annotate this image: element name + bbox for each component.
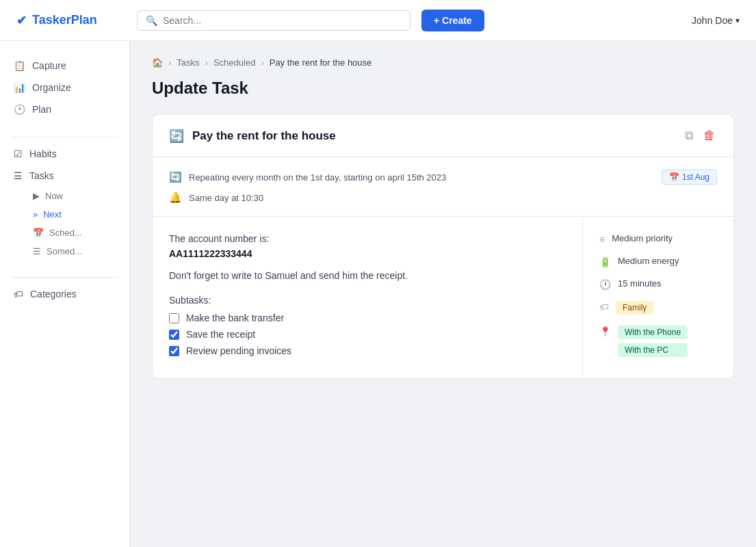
categories-icon: 🏷 [14, 289, 23, 299]
contexts-attr: 📍 With the Phone With the PC [599, 325, 717, 357]
main-content: 🏠 › Tasks › Scheduled › Pay the rent for… [130, 41, 756, 547]
now-icon: ▶ [33, 191, 40, 201]
repeat-text: Repeating every month on the 1st day, st… [189, 172, 446, 183]
tasks-icon: ☰ [14, 170, 23, 181]
sidebar-sub-label: Sched... [49, 228, 82, 238]
breadcrumb-separator: › [205, 57, 208, 68]
tag-family: Family [616, 301, 653, 315]
delete-button[interactable]: 🗑 [702, 127, 717, 144]
sidebar-item-label: Categories [30, 289, 77, 299]
sidebar-item-now[interactable]: ▶ Now [25, 187, 129, 205]
calendar-icon: 📅 [669, 172, 679, 182]
sidebar-item-label: Habits [29, 148, 57, 159]
reminder-text: Same day at 10:30 [189, 193, 263, 203]
sidebar-item-scheduled[interactable]: 📅 Sched... [25, 224, 129, 242]
sidebar-item-label: Plan [32, 104, 51, 115]
organize-icon: 📊 [14, 82, 25, 93]
breadcrumb-tasks[interactable]: Tasks [177, 57, 199, 68]
page-title: Update Task [152, 79, 734, 98]
date-badge: 📅 1st Aug [662, 170, 717, 185]
task-note: Don't forget to write to Samuel and send… [169, 270, 566, 281]
sidebar-item-habits[interactable]: ☑ Habits [0, 143, 129, 165]
duration-attr: 🕐 15 minutes [599, 278, 717, 290]
habits-icon: ☑ [14, 148, 23, 159]
next-icon: » [33, 209, 38, 219]
tags-value: Family [616, 301, 653, 315]
header: ✔ TaskerPlan 🔍 + Create John Doe ▾ [0, 0, 756, 41]
sidebar-item-label: Organize [32, 82, 71, 93]
task-body: The account number is: AA1111222333444 D… [153, 217, 733, 378]
sidebar-main-section: 📋 Capture 📊 Organize 🕐 Plan [0, 55, 129, 120]
subtasks-label: Subtasks: [169, 295, 566, 306]
reminder-row: 🔔 Same day at 10:30 [169, 191, 717, 204]
sidebar-sub-label: Somed... [47, 246, 82, 256]
location-icon: 📍 [599, 326, 611, 337]
duration-value: 15 minutes [618, 278, 662, 289]
sidebar-sub-label: Next [43, 209, 62, 219]
task-title: Pay the rent for the house [192, 129, 675, 143]
scheduled-icon: 📅 [33, 228, 44, 238]
sidebar-item-tasks[interactable]: ☰ Tasks [0, 165, 129, 187]
someday-icon: ☰ [33, 246, 41, 256]
user-name: John Doe [692, 15, 733, 26]
search-icon: 🔍 [146, 15, 157, 26]
logo-text: TaskerPlan [32, 13, 97, 27]
task-header-actions: ⧉ 🗑 [683, 127, 717, 144]
account-label: The account number is: [169, 233, 566, 244]
task-attributes-panel: ≡ Medium priority 🔋 Medium energy 🕐 15 m… [583, 217, 733, 378]
priority-value: Medium priority [612, 233, 673, 243]
subtask-2-checkbox[interactable] [169, 330, 179, 340]
breadcrumb-home-icon[interactable]: 🏠 [152, 57, 163, 68]
subtask-2: Save the receipt [169, 329, 566, 340]
copy-button[interactable]: ⧉ [683, 127, 695, 144]
breadcrumb-current: Pay the rent for the house [270, 57, 372, 68]
subtask-2-label: Save the receipt [186, 329, 255, 340]
task-card: 🔄 Pay the rent for the house ⧉ 🗑 🔄 Repea… [152, 114, 734, 379]
search-bar[interactable]: 🔍 [137, 10, 410, 31]
repeat-row: 🔄 Repeating every month on the 1st day, … [169, 170, 717, 185]
account-number: AA1111222333444 [169, 248, 566, 259]
subtask-3: Review pending invoices [169, 345, 566, 356]
context-phone: With the Phone [618, 325, 688, 339]
create-button[interactable]: + Create [421, 10, 484, 31]
sidebar-item-plan[interactable]: 🕐 Plan [0, 98, 129, 120]
bell-icon: 🔔 [169, 191, 182, 204]
search-input[interactable] [163, 15, 402, 26]
sidebar-item-someday[interactable]: ☰ Somed... [25, 242, 129, 261]
sidebar-tasks-sub: ▶ Now » Next 📅 Sched... ☰ Somed... [0, 187, 129, 261]
task-meta: 🔄 Repeating every month on the 1st day, … [153, 157, 733, 217]
clock-icon: 🕐 [599, 279, 611, 290]
subtask-3-checkbox[interactable] [169, 346, 179, 356]
contexts-value: With the Phone With the PC [618, 325, 688, 357]
sidebar-sub-label: Now [45, 191, 63, 201]
sidebar-item-label: Capture [32, 60, 66, 71]
priority-icon: ≡ [599, 234, 605, 245]
capture-icon: 📋 [14, 60, 25, 71]
date-badge-text: 1st Aug [682, 172, 709, 182]
subtask-1: Make the bank transfer [169, 312, 566, 323]
repeat-meta-icon: 🔄 [169, 171, 182, 183]
task-header: 🔄 Pay the rent for the house ⧉ 🗑 [153, 115, 733, 157]
breadcrumb: 🏠 › Tasks › Scheduled › Pay the rent for… [152, 57, 734, 68]
sidebar-item-categories[interactable]: 🏷 Categories [0, 283, 129, 305]
sidebar-divider-2 [11, 277, 118, 278]
sidebar-divider-1 [11, 137, 118, 137]
subtask-1-checkbox[interactable] [169, 313, 179, 323]
sidebar-item-next[interactable]: » Next [25, 205, 129, 224]
energy-value: Medium energy [618, 256, 679, 266]
sidebar-item-capture[interactable]: 📋 Capture [0, 55, 129, 77]
sidebar: 📋 Capture 📊 Organize 🕐 Plan ☑ Habits ☰ T… [0, 41, 130, 547]
sidebar-habits-section: ☑ Habits ☰ Tasks ▶ Now » Next 📅 Sched... [0, 143, 129, 261]
logo: ✔ TaskerPlan [16, 13, 126, 28]
task-content-area: The account number is: AA1111222333444 D… [153, 217, 583, 378]
user-menu[interactable]: John Doe ▾ [692, 15, 740, 26]
context-pc: With the PC [618, 343, 688, 357]
logo-check-icon: ✔ [16, 13, 27, 28]
priority-attr: ≡ Medium priority [599, 233, 717, 245]
breadcrumb-scheduled[interactable]: Scheduled [213, 57, 255, 68]
sidebar-item-label: Tasks [29, 170, 54, 181]
subtask-3-label: Review pending invoices [186, 345, 291, 356]
app-layout: 📋 Capture 📊 Organize 🕐 Plan ☑ Habits ☰ T… [0, 41, 756, 547]
energy-icon: 🔋 [599, 256, 611, 267]
sidebar-item-organize[interactable]: 📊 Organize [0, 77, 129, 98]
